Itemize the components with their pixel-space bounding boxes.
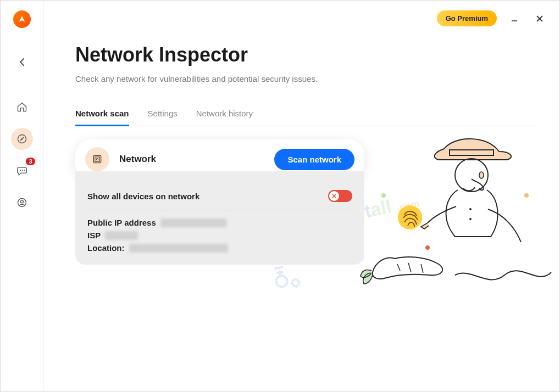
main-content: Go Premium Network Inspector Check any n… xyxy=(43,1,559,391)
row-location: Location: xyxy=(87,243,352,253)
close-button[interactable] xyxy=(532,11,547,26)
notification-badge: 3 xyxy=(26,158,35,165)
window-controls: Go Premium xyxy=(437,10,547,26)
network-label: Network xyxy=(119,154,264,165)
page-subtitle: Check any network for vulnerabilities an… xyxy=(75,74,537,83)
scan-panels: Network Scan network Show all devices on… xyxy=(75,139,364,265)
svg-point-21 xyxy=(398,205,422,229)
nav-icons: 3 xyxy=(11,96,33,214)
svg-point-11 xyxy=(96,158,98,160)
location-key: Location: xyxy=(87,243,125,253)
scan-network-button[interactable]: Scan network xyxy=(274,149,354,170)
nav-home-icon[interactable] xyxy=(11,96,33,118)
toggle-knob-off-icon xyxy=(329,191,339,201)
svg-point-2 xyxy=(22,170,23,171)
app-logo-icon[interactable] xyxy=(13,10,31,28)
network-icon xyxy=(85,147,109,171)
tabs: Network scan Settings Network history xyxy=(75,109,537,126)
toggle-label: Show all devices on network xyxy=(87,192,199,201)
svg-point-1 xyxy=(20,170,21,171)
detective-illustration xyxy=(345,132,559,313)
toggle-row: Show all devices on network xyxy=(87,190,352,210)
go-premium-button[interactable]: Go Premium xyxy=(437,10,497,26)
ip-value-redacted xyxy=(160,219,226,227)
location-value-redacted xyxy=(129,244,228,253)
details-card: Show all devices on network Public IP ad… xyxy=(75,171,364,265)
svg-point-15 xyxy=(292,279,300,287)
svg-point-5 xyxy=(20,200,23,203)
row-public-ip: Public IP address xyxy=(87,218,352,227)
svg-point-14 xyxy=(275,275,289,288)
svg-point-0 xyxy=(18,135,26,143)
nav-messages-icon[interactable]: 3 xyxy=(11,160,33,182)
row-isp: ISP xyxy=(87,231,352,240)
minimize-button[interactable] xyxy=(507,11,522,26)
svg-point-23 xyxy=(381,193,386,198)
back-button[interactable] xyxy=(14,54,30,70)
info-rows: Public IP address ISP Location: xyxy=(87,218,352,253)
sidebar: 3 xyxy=(1,1,43,391)
nav-explore-icon[interactable] xyxy=(11,128,33,150)
page-title: Network Inspector xyxy=(75,43,537,66)
svg-point-22 xyxy=(425,245,430,250)
tab-settings[interactable]: Settings xyxy=(148,109,178,126)
isp-key: ISP xyxy=(87,231,101,240)
tab-network-history[interactable]: Network history xyxy=(196,109,253,126)
svg-point-18 xyxy=(479,172,484,178)
svg-point-3 xyxy=(24,170,25,171)
svg-rect-10 xyxy=(95,157,99,161)
svg-point-19 xyxy=(469,208,472,210)
show-devices-toggle[interactable] xyxy=(328,190,352,202)
nav-account-icon[interactable] xyxy=(11,192,33,214)
app-window: 3 Go Premium Network Inspector Check any… xyxy=(0,0,560,392)
isp-value-redacted xyxy=(105,231,138,240)
tab-network-scan[interactable]: Network scan xyxy=(75,109,129,126)
ip-key: Public IP address xyxy=(87,218,156,227)
svg-point-20 xyxy=(469,218,472,220)
svg-point-24 xyxy=(524,193,529,198)
